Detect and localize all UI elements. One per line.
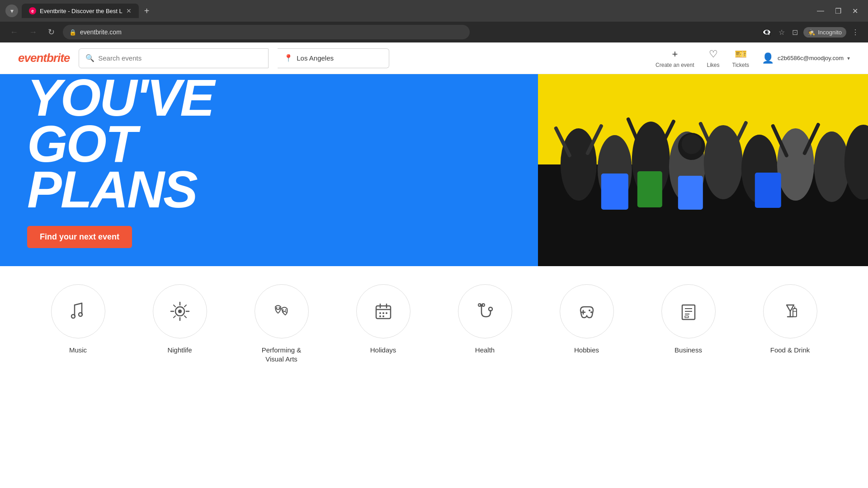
eye-off-icon[interactable]: 👁‍🗨 bbox=[760, 26, 773, 38]
tab-bar: e Eventbrite - Discover the Best L ✕ + bbox=[22, 4, 809, 18]
search-icon: 🔍 bbox=[85, 54, 94, 62]
lock-icon: 🔒 bbox=[69, 29, 76, 36]
business-circle bbox=[661, 284, 716, 338]
categories-section: Music Nightlife bbox=[0, 266, 868, 381]
svg-rect-69 bbox=[793, 309, 797, 317]
svg-line-26 bbox=[75, 303, 82, 305]
forward-button[interactable]: → bbox=[26, 26, 40, 39]
bookmark-icon[interactable]: ☆ bbox=[777, 26, 787, 38]
user-menu[interactable]: 👤 c2b6586c@moodjoy.com ▾ bbox=[762, 52, 850, 64]
user-email: c2b6586c@moodjoy.com bbox=[778, 55, 844, 61]
likes-link[interactable]: ♡ Likes bbox=[707, 48, 720, 68]
svg-point-50 bbox=[386, 312, 387, 314]
hero-line1: YOU'VE bbox=[27, 75, 511, 121]
category-business[interactable]: Business bbox=[637, 284, 739, 363]
category-hobbies[interactable]: Hobbies bbox=[536, 284, 637, 363]
address-bar[interactable]: 🔒 eventbrite.com bbox=[63, 25, 470, 39]
hero-cta: Find your next event bbox=[27, 226, 511, 248]
eventbrite-logo[interactable]: eventbrite bbox=[18, 51, 70, 65]
search-input[interactable] bbox=[98, 54, 262, 62]
holidays-label: Holidays bbox=[370, 346, 396, 355]
svg-point-9 bbox=[814, 131, 849, 202]
music-label: Music bbox=[69, 346, 87, 355]
svg-point-60 bbox=[589, 310, 590, 311]
svg-point-29 bbox=[79, 313, 82, 316]
active-tab[interactable]: e Eventbrite - Discover the Best L ✕ bbox=[22, 4, 139, 18]
reload-button[interactable]: ↻ bbox=[45, 25, 57, 39]
svg-point-48 bbox=[379, 312, 381, 314]
split-view-icon[interactable]: ⊡ bbox=[790, 26, 800, 38]
performing-arts-circle bbox=[255, 284, 309, 338]
chevron-down-icon: ▾ bbox=[847, 55, 850, 61]
performing-arts-icon bbox=[272, 301, 292, 321]
svg-point-2 bbox=[561, 128, 597, 201]
tab-close-btn[interactable]: ✕ bbox=[126, 7, 132, 14]
svg-point-53 bbox=[489, 307, 492, 311]
location-input[interactable] bbox=[297, 54, 382, 62]
health-icon bbox=[475, 301, 495, 321]
search-bar[interactable]: 🔍 bbox=[79, 48, 269, 68]
address-bar-row: ← → ↻ 🔒 eventbrite.com 👁‍🗨 ☆ ⊡ 🕵 Incogni… bbox=[0, 22, 868, 42]
create-event-link[interactable]: + Create an event bbox=[656, 48, 694, 68]
tickets-link[interactable]: 🎫 Tickets bbox=[732, 48, 750, 68]
new-tab-button[interactable]: + bbox=[141, 4, 153, 18]
hobbies-icon bbox=[577, 301, 597, 321]
address-bar-actions: 👁‍🗨 ☆ ⊡ 🕵 Incognito ⋮ bbox=[760, 26, 861, 38]
hero-left-panel: YOU'VE GOT PLANS Find your next event bbox=[0, 74, 538, 266]
svg-point-43 bbox=[285, 310, 286, 311]
location-pin-icon: 📍 bbox=[284, 54, 293, 62]
incognito-badge[interactable]: 🕵 Incognito bbox=[803, 27, 846, 38]
svg-line-37 bbox=[184, 316, 186, 318]
business-icon bbox=[679, 301, 698, 321]
category-nightlife[interactable]: Nightlife bbox=[129, 284, 231, 363]
hero-headline: YOU'VE GOT PLANS bbox=[27, 75, 511, 212]
hero-banner: YOU'VE GOT PLANS Find your next event bbox=[0, 74, 868, 266]
crowd-illustration bbox=[538, 74, 868, 266]
svg-rect-23 bbox=[755, 173, 781, 208]
browser-chrome: ▾ e Eventbrite - Discover the Best L ✕ +… bbox=[0, 0, 868, 22]
nightlife-label: Nightlife bbox=[167, 346, 192, 355]
hero-line2: GOT bbox=[27, 121, 511, 167]
category-holidays[interactable]: Holidays bbox=[332, 284, 434, 363]
close-window-button[interactable]: ✕ bbox=[848, 4, 863, 18]
category-music[interactable]: Music bbox=[27, 284, 129, 363]
plus-icon: + bbox=[672, 48, 678, 60]
incognito-hat-icon: 🕵 bbox=[808, 29, 815, 36]
ticket-icon: 🎫 bbox=[735, 48, 747, 60]
svg-point-40 bbox=[276, 307, 277, 309]
hobbies-label: Hobbies bbox=[574, 346, 599, 355]
browser-menu-button[interactable]: ⋮ bbox=[850, 26, 861, 38]
profile-btn[interactable]: ▾ bbox=[5, 5, 18, 17]
location-bar[interactable]: 📍 bbox=[278, 48, 389, 68]
svg-point-41 bbox=[278, 307, 280, 309]
minimize-button[interactable]: — bbox=[812, 4, 829, 18]
svg-point-52 bbox=[382, 315, 384, 317]
likes-label: Likes bbox=[707, 62, 720, 68]
nightlife-circle bbox=[153, 284, 207, 338]
svg-point-35 bbox=[178, 310, 182, 313]
maximize-button[interactable]: ❐ bbox=[830, 4, 846, 18]
heart-icon: ♡ bbox=[709, 48, 718, 60]
back-button[interactable]: ← bbox=[7, 26, 21, 39]
svg-rect-21 bbox=[601, 174, 628, 210]
svg-point-49 bbox=[382, 312, 384, 314]
category-performing-arts[interactable]: Performing & Visual Arts bbox=[231, 284, 332, 363]
create-event-label: Create an event bbox=[656, 62, 694, 68]
hero-line3: PLANS bbox=[27, 167, 511, 212]
category-health[interactable]: Health bbox=[434, 284, 536, 363]
svg-line-36 bbox=[174, 305, 175, 307]
incognito-label: Incognito bbox=[818, 29, 842, 36]
food-drink-icon bbox=[780, 301, 800, 321]
tab-title: Eventbrite - Discover the Best L bbox=[40, 8, 123, 14]
svg-point-6 bbox=[704, 125, 743, 199]
category-food-drink[interactable]: Food & Drink bbox=[739, 284, 841, 363]
health-circle bbox=[458, 284, 512, 338]
performing-arts-label: Performing & Visual Arts bbox=[257, 346, 307, 363]
svg-rect-66 bbox=[685, 316, 689, 318]
svg-point-28 bbox=[71, 314, 75, 318]
site-header: eventbrite 🔍 📍 + Create an event ♡ Likes… bbox=[0, 42, 868, 74]
svg-line-39 bbox=[174, 316, 175, 318]
window-controls-group: — ❐ ✕ bbox=[812, 4, 863, 18]
svg-point-20 bbox=[682, 134, 702, 154]
find-event-button[interactable]: Find your next event bbox=[27, 226, 132, 248]
